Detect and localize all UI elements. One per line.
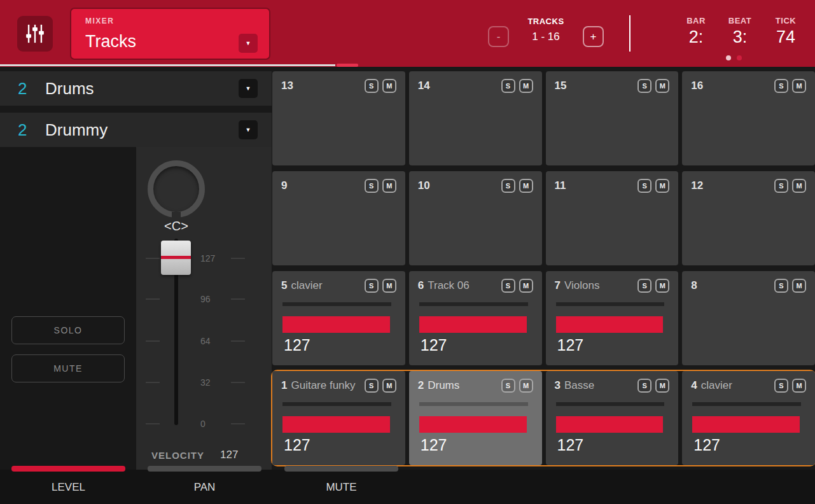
track-name: clavier bbox=[701, 379, 732, 391]
solo-button[interactable]: S bbox=[501, 379, 515, 393]
bar-display[interactable]: BAR 2: bbox=[676, 16, 716, 47]
solo-button[interactable]: S bbox=[774, 279, 788, 293]
solo-button[interactable]: S bbox=[365, 79, 379, 93]
solo-button[interactable]: S bbox=[501, 79, 515, 93]
beat-value: 3: bbox=[720, 27, 760, 47]
track-number: 10 bbox=[418, 179, 430, 192]
cell-header: 2Drums SM bbox=[418, 379, 533, 393]
mute-button[interactable]: M bbox=[655, 179, 669, 193]
mute-button[interactable]: M bbox=[792, 179, 806, 193]
fader-scale-label: 127 bbox=[200, 253, 228, 263]
tick-display[interactable]: TICK 74 bbox=[766, 16, 805, 47]
mute-button[interactable]: M bbox=[792, 279, 806, 293]
level-bar[interactable] bbox=[692, 416, 800, 433]
solo-button[interactable]: S bbox=[501, 279, 515, 293]
track-cell-12[interactable]: 12 SM bbox=[682, 171, 815, 265]
tracks-range: 1 - 16 bbox=[514, 31, 578, 43]
mute-button[interactable]: M bbox=[519, 79, 533, 93]
track-cell-8[interactable]: 8 SM bbox=[682, 271, 815, 365]
pan-knob[interactable] bbox=[148, 160, 205, 218]
cell-header: 12 SM bbox=[691, 179, 806, 193]
track-name: Guitare funky bbox=[291, 379, 355, 391]
level-bar[interactable] bbox=[282, 416, 390, 433]
mute-button[interactable]: M bbox=[792, 379, 806, 393]
pan-strip[interactable] bbox=[419, 402, 528, 406]
mute-button[interactable]: M bbox=[382, 79, 396, 93]
pan-strip[interactable] bbox=[556, 302, 665, 306]
track-cell-3[interactable]: 3Basse SM 127 bbox=[546, 371, 679, 465]
tab-level[interactable]: LEVEL bbox=[11, 466, 125, 494]
chevron-down-icon[interactable]: ▼ bbox=[239, 79, 258, 98]
mixer-menu-button[interactable] bbox=[17, 16, 53, 52]
track-selector-row-1[interactable]: 2 Drums ▼ bbox=[0, 71, 272, 106]
track-number: 11 bbox=[555, 179, 566, 192]
mute-button[interactable]: M bbox=[792, 79, 806, 93]
tracks-minus-button[interactable]: - bbox=[488, 26, 509, 47]
track-cell-11[interactable]: 11 SM bbox=[546, 171, 679, 265]
solo-button[interactable]: S bbox=[637, 179, 651, 193]
solo-button[interactable]: S bbox=[774, 79, 788, 93]
solo-button[interactable]: S bbox=[365, 179, 379, 193]
track-cell-15[interactable]: 15 SM bbox=[546, 71, 679, 165]
track-cell-2-selected[interactable]: 2Drums SM 127 bbox=[409, 371, 542, 465]
grid-row-1-4-selected: 1Guitare funky SM 127 2Drums SM 127 3Bas… bbox=[272, 371, 815, 465]
mute-button[interactable]: M bbox=[382, 279, 396, 293]
tab-level-label: LEVEL bbox=[11, 481, 125, 494]
track-number: 5 bbox=[281, 279, 287, 291]
solo-button[interactable]: S bbox=[637, 379, 651, 393]
level-bar[interactable] bbox=[556, 316, 664, 333]
mute-button[interactable]: M bbox=[382, 179, 396, 193]
mute-button[interactable]: M bbox=[519, 379, 533, 393]
pan-strip[interactable] bbox=[282, 402, 391, 406]
tab-mute[interactable]: MUTE bbox=[284, 466, 398, 494]
solo-button[interactable]: S bbox=[501, 179, 515, 193]
solo-button[interactable]: S bbox=[637, 279, 651, 293]
track-cell-5[interactable]: 5clavier SM 127 bbox=[272, 271, 405, 365]
mute-button[interactable]: M bbox=[655, 379, 669, 393]
header-scroll-track bbox=[0, 64, 335, 66]
mute-button[interactable]: M bbox=[519, 179, 533, 193]
track-cell-6[interactable]: 6Track 06 SM 127 bbox=[409, 271, 542, 365]
level-bar[interactable] bbox=[419, 416, 527, 433]
track-cell-16[interactable]: 16 SM bbox=[682, 71, 815, 165]
solo-button[interactable]: S bbox=[637, 79, 651, 93]
mute-button[interactable]: M bbox=[382, 379, 396, 393]
solo-button[interactable]: S bbox=[774, 179, 788, 193]
pan-strip[interactable] bbox=[419, 302, 528, 306]
mixer-mode-dropdown[interactable]: MIXER Tracks ▼ bbox=[70, 8, 270, 60]
mute-button[interactable]: M bbox=[655, 79, 669, 93]
pan-strip[interactable] bbox=[282, 302, 391, 306]
mute-button[interactable]: M bbox=[519, 279, 533, 293]
level-bar[interactable] bbox=[419, 316, 527, 333]
beat-display[interactable]: BEAT 3: bbox=[720, 16, 760, 47]
solo-button[interactable]: S bbox=[365, 379, 379, 393]
header-scroll-thumb[interactable] bbox=[337, 64, 358, 67]
solo-button[interactable]: S bbox=[774, 379, 788, 393]
solo-button[interactable]: S bbox=[365, 279, 379, 293]
pan-strip[interactable] bbox=[692, 402, 801, 406]
mute-button[interactable]: M bbox=[655, 279, 669, 293]
cell-title: 8 bbox=[691, 279, 700, 293]
tracks-plus-button[interactable]: + bbox=[583, 26, 604, 47]
track-cell-10[interactable]: 10 SM bbox=[409, 171, 542, 265]
track-name: Track 06 bbox=[428, 279, 470, 291]
track-cell-13[interactable]: 13 SM bbox=[272, 71, 405, 165]
track-cell-14[interactable]: 14 SM bbox=[409, 71, 542, 165]
cell-title: 7Violons bbox=[555, 279, 600, 293]
track-selector-row-2[interactable]: 2 Drummy ▼ bbox=[0, 113, 272, 147]
velocity-fader-handle[interactable] bbox=[161, 241, 191, 275]
cell-title: 16 bbox=[691, 79, 707, 93]
solo-button[interactable]: SOLO bbox=[11, 316, 125, 344]
track-cell-9[interactable]: 9 SM bbox=[272, 171, 405, 265]
track-cell-4[interactable]: 4clavier SM 127 bbox=[682, 371, 815, 465]
mute-button[interactable]: MUTE bbox=[11, 354, 125, 382]
track-grid: 13 SM 14 SM 15 SM 16 SM bbox=[272, 71, 815, 465]
track-cell-1[interactable]: 1Guitare funky SM 127 bbox=[272, 371, 405, 465]
chevron-down-icon[interactable]: ▼ bbox=[239, 120, 258, 139]
level-bar[interactable] bbox=[282, 316, 390, 333]
track-cell-7[interactable]: 7Violons SM 127 bbox=[546, 271, 679, 365]
pan-strip[interactable] bbox=[556, 402, 665, 406]
level-bar[interactable] bbox=[556, 416, 664, 433]
cell-title: 15 bbox=[555, 79, 571, 93]
tab-pan[interactable]: PAN bbox=[148, 466, 261, 494]
